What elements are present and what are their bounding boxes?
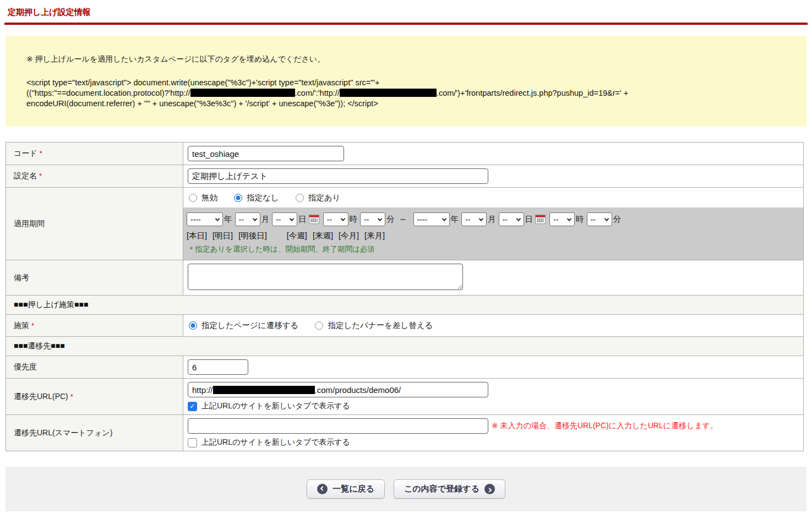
shortcut-day-after[interactable]: [明後日]: [238, 231, 267, 240]
row-name: 設定名*: [6, 165, 804, 188]
url-sp-newtab-label[interactable]: 上記URLのサイトを新しいタブで表示する: [201, 438, 350, 447]
measure-banner-radio[interactable]: [315, 321, 323, 330]
footer-actions-band: 一覧に戻る この内容で登録する: [6, 467, 806, 511]
priority-label: 優先度: [14, 362, 37, 371]
setting-name-input[interactable]: [188, 168, 488, 184]
url-pc-prefix: http://: [192, 385, 213, 395]
period-disabled-label[interactable]: 無効: [201, 193, 217, 203]
row-url-sp: 遷移先URL(スマートフォン) ※ 未入力の場合、遷移先URL(PC)に入力した…: [6, 415, 804, 451]
url-pc-suffix: .com/products/demo06/: [315, 385, 401, 395]
required-mark: *: [40, 149, 42, 157]
url-sp-label-cell: 遷移先URL(スマートフォン): [6, 415, 183, 451]
row-code: コード*: [6, 143, 804, 165]
settings-form-table: コード* 設定名* 適用期間 無効 指定なし 指定あり ----年 --月 --…: [6, 142, 804, 451]
start-hour-unit: 時: [350, 214, 358, 225]
url-pc-newtab-label[interactable]: 上記URLのサイトを新しいタブで表示する: [201, 401, 350, 411]
end-day-select[interactable]: --: [499, 212, 524, 226]
calendar-icon[interactable]: [535, 215, 546, 224]
start-hour-select[interactable]: --: [323, 212, 348, 226]
url-pc-newtab-row: ✓ 上記URLのサイトを新しいタブで表示する: [188, 401, 799, 411]
arrow-right-circle-icon: [484, 484, 495, 494]
submit-button-label: この内容で登録する: [404, 484, 479, 494]
url-pc-newtab-checkbox[interactable]: ✓: [188, 402, 197, 411]
row-url-pc: 遷移先URL(PC)* http://.com/products/demo06/…: [6, 379, 804, 415]
name-label-cell: 設定名*: [6, 165, 183, 188]
embed-instruction: ※ 押し上げルールを適用したいカスタムページに以下のタグを埋め込んでください。: [26, 54, 790, 64]
section-header-destination: ■■■遷移先■■■: [6, 337, 804, 356]
url-pc-input[interactable]: http://.com/products/demo06/: [188, 382, 488, 397]
remarks-label-cell: 備考: [6, 260, 183, 296]
measure-banner-label[interactable]: 指定したバナーを差し替える: [328, 320, 433, 331]
remarks-label: 備考: [14, 273, 29, 282]
embed-tag-notice-box: ※ 押し上げルールを適用したいカスタムページに以下のタグを埋め込んでください。 …: [6, 36, 806, 127]
url-pc-label: 遷移先URL(PC): [14, 392, 68, 401]
period-specified-label[interactable]: 指定あり: [308, 193, 341, 203]
chevron-down-icon: [215, 216, 220, 221]
row-measure: 施策* 指定したページに遷移する 指定したバナーを差し替える: [6, 315, 804, 337]
redacted-domain-3: [213, 386, 315, 394]
start-day-unit: 日: [298, 214, 307, 225]
measure-label-cell: 施策*: [6, 315, 183, 337]
period-disabled-radio[interactable]: [189, 194, 197, 202]
url-sp-newtab-row: 上記URLのサイトを新しいタブで表示する: [188, 438, 799, 447]
row-section-measure: ■■■押し上げ施策■■■: [6, 296, 804, 315]
redacted-domain-1: [190, 89, 295, 97]
chevron-down-icon: [290, 216, 294, 221]
shortcut-this-month[interactable]: [今月]: [339, 231, 359, 240]
code-label-cell: コード*: [6, 143, 183, 165]
name-label: 設定名: [14, 171, 37, 180]
row-period: 適用期間 無効 指定なし 指定あり ----年 --月 --日 --時 --分 …: [6, 188, 804, 260]
end-month-select[interactable]: --: [461, 212, 487, 226]
remarks-textarea[interactable]: [188, 264, 463, 290]
required-mark: *: [70, 392, 73, 401]
end-minute-select[interactable]: --: [587, 212, 612, 226]
back-to-list-button[interactable]: 一覧に戻る: [307, 479, 385, 499]
row-section-destination: ■■■遷移先■■■: [6, 337, 804, 356]
chevron-down-icon: [378, 216, 382, 221]
start-minute-unit: 分: [386, 214, 395, 225]
url-sp-newtab-checkbox[interactable]: [188, 438, 197, 447]
date-shortcut-row: [本日] [明日] [明後日] [今週] [来週] [今月] [来月]: [184, 226, 800, 241]
script-line-1: <script type="text/javascript"> document…: [26, 78, 790, 88]
submit-button[interactable]: この内容で登録する: [394, 479, 505, 499]
period-date-row: ----年 --月 --日 --時 --分 ～ ----年 --月 --日 --…: [184, 212, 800, 226]
measure-redirect-radio[interactable]: [189, 321, 197, 330]
calendar-icon[interactable]: [309, 215, 319, 224]
shortcut-next-week[interactable]: [来週]: [313, 231, 333, 240]
shortcut-next-month[interactable]: [来月]: [364, 231, 385, 240]
range-tilde: ～: [399, 214, 407, 225]
shortcut-today[interactable]: [本日]: [187, 231, 207, 240]
start-day-select[interactable]: --: [272, 212, 297, 226]
arrow-left-circle-icon: [317, 484, 328, 494]
period-mode-radios: 無効 指定なし 指定あり: [183, 188, 803, 207]
url-sp-label: 遷移先URL(スマートフォン): [14, 428, 112, 437]
chevron-down-icon: [567, 216, 571, 221]
end-minute-unit: 分: [613, 214, 622, 225]
period-none-label[interactable]: 指定なし: [247, 193, 279, 203]
shortcut-tomorrow[interactable]: [明日]: [212, 231, 233, 240]
url-sp-input[interactable]: [188, 418, 488, 434]
url-pc-label-cell: 遷移先URL(PC)*: [6, 379, 183, 415]
code-input[interactable]: [188, 146, 344, 161]
row-priority: 優先度: [6, 356, 804, 379]
period-none-radio[interactable]: [234, 194, 242, 202]
end-year-unit: 年: [451, 214, 459, 225]
period-label: 適用期間: [14, 219, 45, 228]
start-minute-select[interactable]: --: [360, 212, 385, 226]
end-hour-select[interactable]: --: [549, 212, 575, 226]
required-mark: *: [31, 321, 34, 330]
end-month-unit: 月: [488, 214, 496, 225]
chevron-down-icon: [252, 216, 257, 221]
period-specified-radio[interactable]: [296, 194, 304, 202]
period-datetime-panel: ----年 --月 --日 --時 --分 ～ ----年 --月 --日 --…: [183, 207, 803, 260]
priority-input[interactable]: [188, 359, 248, 375]
chevron-down-icon: [516, 216, 520, 221]
measure-label: 施策: [14, 321, 29, 330]
start-year-select[interactable]: ----: [187, 212, 223, 226]
end-year-select[interactable]: ----: [413, 212, 450, 226]
measure-redirect-label[interactable]: 指定したページに遷移する: [201, 320, 298, 331]
chevron-down-icon: [340, 216, 345, 221]
chevron-down-icon: [479, 216, 483, 221]
start-month-select[interactable]: --: [235, 212, 260, 226]
shortcut-this-week[interactable]: [今週]: [287, 231, 307, 240]
